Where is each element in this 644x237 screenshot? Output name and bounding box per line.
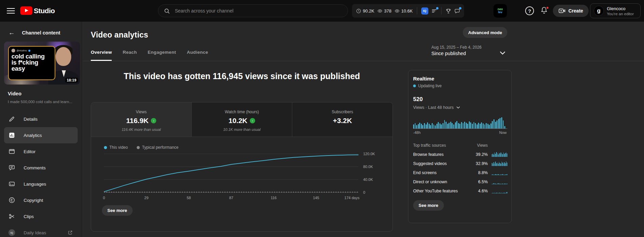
subtitles-icon (8, 181, 15, 187)
metric-note: 116.4K more than usual (91, 127, 191, 132)
metric-card-views[interactable]: Views 116.9K ↑ 116.4K more than usual (91, 102, 192, 137)
sidebar-item-editor[interactable]: Editor (4, 143, 78, 160)
bar-chart-icon (8, 132, 15, 139)
sidebar-item-details[interactable]: Details (4, 111, 78, 127)
tab-engagement[interactable]: Engagement (147, 45, 176, 61)
metric-value: 116.9K (126, 117, 149, 125)
realtime-title: Realtime (413, 76, 507, 81)
sidebar-item-languages[interactable]: Languages (4, 176, 78, 192)
verified-badge-icon (28, 50, 30, 52)
traffic-pct: 32.9% (469, 161, 488, 166)
external-link-icon (68, 230, 73, 235)
realtime-status: Updating live (413, 84, 507, 88)
traffic-source: Suggested videos (413, 161, 469, 166)
thumbnail-title-line: is f*cking (11, 60, 52, 66)
video-duration-badge: 18:19 (65, 78, 78, 82)
youtube-studio-logo[interactable]: Studio (20, 6, 55, 15)
tab-overview[interactable]: Overview (91, 45, 112, 61)
nexlev-extension-icon[interactable]: nex lev (493, 4, 507, 18)
sidebar-item-label: Comments (24, 165, 46, 170)
legend-dot (137, 146, 140, 149)
copyright-icon (8, 197, 15, 204)
trophy-icon[interactable] (446, 8, 451, 14)
divider (417, 7, 417, 15)
back-to-channel-content[interactable]: ← Channel content (8, 29, 60, 37)
sidebar-item-comments[interactable]: Comments (4, 160, 78, 176)
account-role: You're an editor (607, 12, 634, 16)
svg-text:40.0K: 40.0K (363, 177, 373, 182)
analytics-card: Views 116.9K ↑ 116.4K more than usual Wa… (91, 102, 393, 232)
main-content: Video analytics Advanced mode Overview R… (82, 22, 644, 237)
traffic-source: End screens (413, 170, 469, 175)
svg-text:174 days: 174 days (344, 196, 359, 200)
tweet-handle: @micahvu (17, 49, 27, 52)
traffic-table-header: Top traffic sources Views (413, 143, 507, 148)
traffic-row: Suggested videos 32.9% (413, 161, 507, 166)
sidebar-nav: Details Analytics Editor Comments Langua… (0, 111, 82, 237)
tab-reach[interactable]: Reach (123, 45, 137, 61)
chevron-down-icon[interactable] (499, 49, 507, 57)
see-more-button[interactable]: See more (102, 205, 133, 216)
sidebar-item-daily-ideas[interactable]: IQ Daily Ideas (4, 224, 78, 237)
traffic-pct: 4.6% (469, 189, 488, 193)
traffic-sparkline (492, 179, 507, 184)
realtime-see-more-button[interactable]: See more (413, 200, 444, 211)
sidebar-item-copyright[interactable]: Copyright (4, 192, 78, 208)
vidiq-icon[interactable]: IQ (421, 7, 428, 15)
sidebar: ← Channel content @micahvu cold calling … (0, 22, 82, 237)
account-box[interactable]: g Glencoco You're an editor (590, 3, 641, 18)
metric-label: Subscribers (292, 110, 393, 114)
hamburger-menu-icon[interactable] (7, 7, 15, 15)
comment-bubble-icon (8, 164, 15, 171)
watch-time-stat: 90.2K (356, 8, 374, 14)
viewers-value: 378 (384, 8, 392, 14)
back-label: Channel content (22, 30, 60, 35)
traffic-pct: 8.8% (469, 170, 488, 175)
notifications-bell-icon[interactable] (540, 6, 549, 16)
tab-audience[interactable]: Audience (187, 45, 208, 61)
traffic-source: Direct or unknown (413, 180, 469, 184)
realtime-axis: -48h Now (413, 131, 507, 135)
search-input[interactable] (175, 8, 342, 14)
traffic-pct: 39.2% (469, 152, 488, 157)
metric-card-watch-time[interactable]: Watch time (hours) 10.2K ↑ 10.1K more th… (192, 102, 292, 137)
axis-left-label: -48h (413, 131, 421, 135)
realtime-count-caption[interactable]: Views · Last 48 hours (413, 105, 507, 110)
sidebar-item-label: Copyright (24, 198, 43, 203)
bell-alert-dot (546, 6, 549, 9)
traffic-source: Browse features (413, 152, 469, 157)
top-bar: Studio 90.2K 378 10.6K IQ (0, 0, 644, 22)
svg-text:80.0K: 80.0K (363, 165, 373, 169)
views-line-chart: 040.0K80.0K120.0K0295887116145174 days (91, 150, 393, 202)
page-title: Video analytics (91, 30, 148, 40)
traffic-row: Other YouTube features 4.6% (413, 188, 507, 193)
svg-text:145: 145 (313, 196, 319, 200)
date-range-selector[interactable]: Aug 15, 2025 – Feb 4, 2026 Since publish… (431, 45, 482, 56)
sidebar-item-label: Daily Ideas (24, 230, 46, 235)
playlist-lines-icon[interactable] (431, 8, 437, 14)
extension-stats-chip: 90.2K 378 10.6K IQ (352, 4, 464, 18)
advanced-mode-button[interactable]: Advanced mode (463, 27, 507, 38)
back-arrow-icon[interactable]: ← (8, 29, 15, 37)
traffic-sparkline (492, 188, 507, 193)
create-button[interactable]: Create (553, 5, 589, 17)
avatar: g (594, 6, 604, 16)
scissors-icon (8, 213, 15, 220)
sidebar-item-label: Details (24, 117, 37, 122)
metric-card-subscribers[interactable]: Subscribers +3.2K (292, 102, 393, 137)
sidebar-item-clips[interactable]: Clips (4, 208, 78, 224)
traffic-row: Direct or unknown 6.5% (413, 179, 507, 184)
video-section-label: Video (8, 91, 22, 96)
help-icon[interactable]: ? (525, 6, 534, 15)
create-label: Create (568, 8, 583, 14)
sidebar-item-label: Clips (24, 214, 34, 219)
axis-right-label: Now (499, 131, 507, 135)
svg-text:116: 116 (271, 196, 277, 200)
pencil-icon (8, 116, 15, 122)
analytics-header: Video analytics Advanced mode Overview R… (82, 22, 644, 61)
tweet-avatar (11, 49, 15, 52)
traffic-pct: 6.5% (469, 180, 488, 184)
sidebar-item-analytics[interactable]: Analytics (4, 127, 78, 143)
traffic-sparkline (492, 161, 507, 166)
chat-icon[interactable] (454, 8, 460, 14)
